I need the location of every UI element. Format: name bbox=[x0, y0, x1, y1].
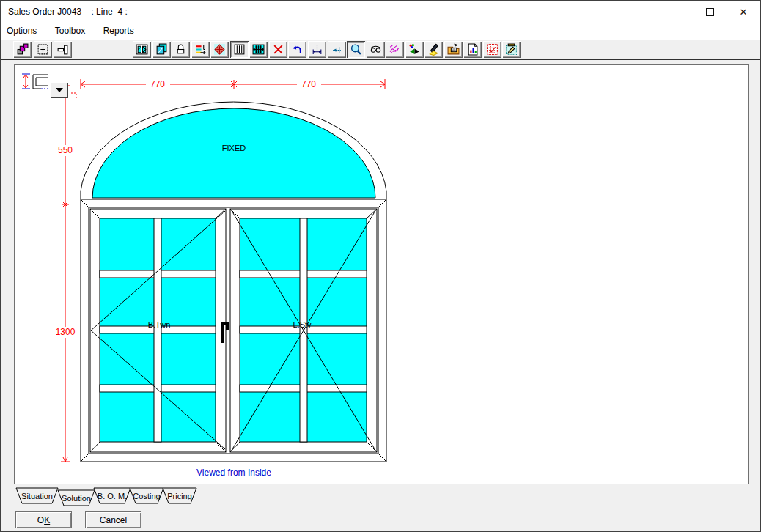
glazing-icon bbox=[155, 43, 168, 56]
dimension-left-icon bbox=[331, 43, 343, 56]
toolbar-button-move[interactable] bbox=[405, 41, 424, 58]
menu-bar: Options Toolbox Reports bbox=[1, 23, 760, 40]
toolbar-button-grid-check[interactable] bbox=[483, 41, 501, 58]
vertical-bars-icon bbox=[233, 43, 246, 56]
ok-label: O bbox=[37, 515, 44, 525]
tab-costing[interactable]: Costing bbox=[130, 488, 163, 503]
move-icon bbox=[408, 43, 421, 56]
report-chart-icon bbox=[466, 43, 479, 56]
window-controls: ✕ bbox=[659, 1, 760, 23]
products-icon bbox=[16, 43, 29, 56]
toolbar-button-georgian-grid[interactable] bbox=[249, 41, 268, 58]
window-design-icon bbox=[136, 43, 148, 56]
toolbar-button-window-design[interactable] bbox=[133, 41, 151, 58]
menu-options[interactable]: Options bbox=[1, 23, 44, 36]
toolbar-button-glazing[interactable] bbox=[152, 41, 171, 58]
tab-b-o-m[interactable]: B. O. M. bbox=[94, 488, 130, 503]
grid-edit-icon bbox=[505, 43, 518, 56]
toolbar-button-view[interactable] bbox=[367, 41, 385, 58]
toolbar-button-open-table[interactable] bbox=[444, 41, 463, 58]
menu-reports[interactable]: Reports bbox=[96, 23, 141, 36]
toolbar-button-section-center[interactable] bbox=[34, 41, 52, 58]
delete-icon bbox=[272, 43, 284, 56]
view-caption: Viewed from Inside bbox=[196, 468, 271, 478]
toolbar-button-transfer[interactable] bbox=[210, 41, 229, 58]
sketch-icon bbox=[389, 43, 401, 56]
toolbar-button-report-chart[interactable] bbox=[463, 41, 482, 58]
toolbar-button-products[interactable] bbox=[13, 41, 32, 58]
app-window: Sales Order J0043 : Line 4 : ✕ Options T… bbox=[0, 0, 761, 532]
arch-type-label: FIXED bbox=[222, 144, 246, 152]
tab-label-b-o-m[interactable]: B. O. M. bbox=[98, 492, 127, 500]
maximize-button[interactable] bbox=[693, 1, 727, 23]
cancel-button[interactable]: Cancel bbox=[85, 511, 141, 528]
ok-label-accesskey: K bbox=[44, 515, 50, 525]
toolbar-button-vertical-bars[interactable] bbox=[230, 41, 249, 58]
toolbar-button-specification[interactable] bbox=[191, 41, 210, 58]
section-dropdown-button[interactable] bbox=[50, 82, 68, 98]
tab-label-solution[interactable]: Solution bbox=[62, 494, 91, 503]
toolbar-button-dimension-left[interactable] bbox=[328, 41, 346, 58]
toolbar-button-spray[interactable] bbox=[424, 41, 443, 58]
spray-icon bbox=[427, 43, 440, 56]
dim-height-bottom: 1300 bbox=[56, 327, 76, 337]
arch-glass[interactable] bbox=[92, 108, 375, 198]
minimize-icon bbox=[672, 12, 680, 12]
window-drawing: 770 770 550 1300 FIXED B.Twn L.Stv Viewe… bbox=[15, 65, 748, 484]
profile-end-icon bbox=[56, 43, 69, 56]
hardware-icon bbox=[174, 43, 187, 56]
specification-icon bbox=[194, 43, 207, 56]
toolbar-button-sketch[interactable] bbox=[386, 41, 404, 58]
section-center-icon bbox=[37, 43, 49, 56]
window-title: Sales Order J0043 : Line 4 : bbox=[8, 7, 128, 17]
dimension-icon bbox=[311, 43, 323, 56]
georgian-grid-icon bbox=[252, 43, 265, 56]
tab-pricing[interactable]: Pricing bbox=[163, 488, 196, 503]
grid-check-icon bbox=[486, 43, 499, 56]
dim-height-top: 550 bbox=[58, 145, 73, 155]
tab-situation[interactable]: Situation bbox=[16, 488, 58, 503]
toolbar-button-delete[interactable] bbox=[269, 41, 287, 58]
toolbar-button-hardware[interactable] bbox=[172, 41, 190, 58]
toolbar-button-profile-end[interactable] bbox=[54, 41, 72, 58]
tab-solution[interactable]: Solution bbox=[58, 490, 95, 506]
dim-width-left: 770 bbox=[150, 79, 165, 89]
toolbar-button-grid-edit[interactable] bbox=[502, 41, 521, 58]
undo-icon bbox=[291, 43, 304, 56]
transfer-icon bbox=[213, 43, 226, 56]
toolbar-button-undo[interactable] bbox=[288, 41, 306, 58]
tab-label-pricing[interactable]: Pricing bbox=[167, 492, 192, 500]
maximize-icon bbox=[706, 8, 714, 16]
toolbar bbox=[1, 40, 760, 60]
zoom-icon bbox=[350, 43, 362, 56]
menu-toolbox[interactable]: Toolbox bbox=[48, 23, 92, 36]
close-icon: ✕ bbox=[740, 7, 748, 17]
dim-width-right: 770 bbox=[301, 79, 316, 89]
dropdown-arrow-icon bbox=[56, 88, 63, 92]
open-table-icon bbox=[447, 43, 460, 56]
left-sash-label: B.Twn bbox=[148, 320, 171, 329]
right-sash-label: L.Stv bbox=[293, 320, 312, 329]
tab-label-costing[interactable]: Costing bbox=[133, 492, 160, 500]
drawing-canvas: 770 770 550 1300 FIXED B.Twn L.Stv Viewe… bbox=[14, 64, 749, 484]
view-icon bbox=[370, 43, 382, 56]
toolbar-button-zoom[interactable] bbox=[347, 41, 365, 58]
tab-label-situation[interactable]: Situation bbox=[21, 492, 53, 500]
toolbar-button-dimension[interactable] bbox=[308, 41, 326, 58]
ok-button[interactable]: OK bbox=[15, 511, 72, 528]
tab-strip: SituationB. O. M.CostingPricingSolution bbox=[1, 487, 761, 507]
title-bar: Sales Order J0043 : Line 4 : ✕ bbox=[1, 1, 760, 23]
close-button[interactable]: ✕ bbox=[727, 1, 760, 23]
minimize-button[interactable] bbox=[659, 1, 693, 23]
